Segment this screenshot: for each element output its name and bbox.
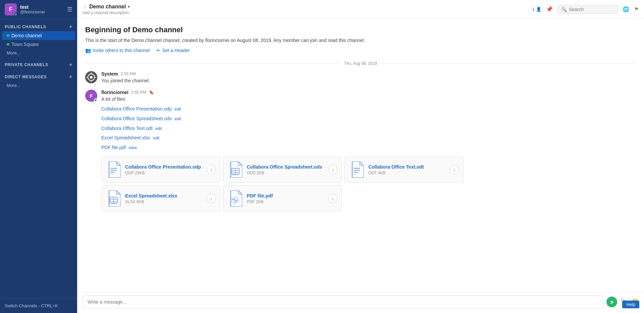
search-input[interactable] bbox=[569, 7, 609, 12]
chevron-down-icon[interactable]: ▾ bbox=[128, 4, 130, 9]
file-link[interactable]: Collabora Office Presentation.odp bbox=[101, 106, 172, 111]
switch-channels-label: Switch Channels - CTRL+K bbox=[5, 303, 72, 308]
file-card[interactable]: PDF file.pdf PDF 2KB ↓ bbox=[223, 185, 342, 212]
status-dot bbox=[14, 13, 17, 16]
download-button[interactable]: ↓ bbox=[328, 165, 337, 174]
add-public-channel-button[interactable]: + bbox=[69, 24, 72, 30]
channel-intro: This is the start of the Demo channel ch… bbox=[85, 38, 636, 43]
message-text: You joined the channel. bbox=[101, 77, 636, 84]
beginning-title: Beginning of Demo channel bbox=[85, 26, 636, 34]
online-dot bbox=[7, 43, 9, 46]
file-link[interactable]: Collabora Office Spreadsheet.ods bbox=[101, 116, 172, 121]
download-button[interactable]: ↓ bbox=[207, 194, 216, 203]
message-text: A lot of files bbox=[101, 96, 636, 103]
message-bookmark-icon[interactable]: 🔖 bbox=[149, 90, 154, 95]
file-card[interactable]: Collabora Office Spreadsheet.ods ODS 2KB… bbox=[223, 156, 342, 183]
file-link-row: Excel Spreadsheet.xlsx edit bbox=[101, 133, 636, 143]
sidebar-item-town-square[interactable]: Town Square bbox=[2, 40, 75, 49]
channel-name-label: Demo channel bbox=[11, 33, 42, 38]
globe-icon[interactable]: 🌐 bbox=[623, 6, 629, 12]
message-header: System 2:55 PM bbox=[101, 71, 636, 77]
help-button[interactable]: Help bbox=[622, 301, 639, 308]
member-count-value: 1 bbox=[532, 7, 535, 12]
file-card-name: Excel Spreadsheet.xlsx bbox=[125, 193, 203, 199]
date-divider: Thu, Aug 08, 2019 bbox=[85, 61, 636, 66]
sidebar: F test @florinciornei ☰ PUBLIC CHANNELS … bbox=[0, 0, 77, 313]
invite-others-button[interactable]: 👥 Invite others to this channel bbox=[85, 48, 150, 53]
star-icon[interactable]: ☆ bbox=[83, 4, 87, 10]
file-info: PDF file.pdf PDF 2KB bbox=[247, 193, 325, 204]
avatar[interactable]: F bbox=[5, 3, 17, 15]
channel-name: Demo channel bbox=[89, 4, 126, 10]
file-link[interactable]: PDF file.pdf bbox=[101, 145, 126, 150]
channel-title-area: ☆ Demo channel ▾ Add a channel descripti… bbox=[83, 4, 130, 15]
file-icon-wrap bbox=[106, 190, 122, 207]
file-edit-link[interactable]: edit bbox=[174, 117, 181, 121]
flag-icon[interactable]: ⚑ bbox=[634, 6, 639, 12]
file-card-name: Collabora Office Spreadsheet.ods bbox=[247, 164, 325, 170]
channel-actions: 👥 Invite others to this channel ✏ Set a … bbox=[85, 48, 636, 53]
file-card[interactable]: Collabora Office Presentation.odp ODP 25… bbox=[101, 156, 220, 183]
file-edit-link[interactable]: edit bbox=[155, 126, 162, 131]
hamburger-icon[interactable]: ☰ bbox=[67, 6, 72, 13]
user-message-block: F florinciornei 2:55 PM 🔖 A lot of files… bbox=[85, 90, 636, 212]
channel-name-label: Town Square bbox=[11, 42, 39, 47]
file-card-name: PDF file.pdf bbox=[247, 193, 325, 199]
file-link-row: PDF file.pdf view bbox=[101, 143, 636, 152]
download-button[interactable]: ↓ bbox=[328, 194, 337, 203]
avatar-letter: F bbox=[9, 6, 12, 12]
message-header: florinciornei 2:55 PM 🔖 bbox=[101, 90, 636, 95]
download-button[interactable]: ↓ bbox=[207, 165, 216, 174]
online-dot bbox=[7, 34, 9, 37]
add-private-channel-button[interactable]: + bbox=[69, 62, 72, 68]
sidebar-item-demo-channel[interactable]: Demo channel bbox=[2, 31, 75, 40]
invite-label: Invite others to this channel bbox=[93, 48, 150, 53]
message-input[interactable] bbox=[83, 296, 603, 308]
search-box[interactable]: 🔍 bbox=[557, 5, 618, 14]
file-link-row: Collabora Office Spreadsheet.ods edit bbox=[101, 114, 636, 124]
header-actions: 1 👤 📌 🔍 🌐 ⚑ bbox=[532, 5, 639, 14]
file-card-meta: ODP 25KB bbox=[125, 171, 203, 175]
svg-rect-15 bbox=[231, 198, 239, 203]
file-info: Collabora Office Spreadsheet.ods ODS 2KB bbox=[247, 164, 325, 175]
channel-header: ☆ Demo channel ▾ Add a channel descripti… bbox=[77, 0, 644, 19]
file-icon-wrap bbox=[227, 190, 244, 207]
message-time: 2:55 PM bbox=[131, 90, 146, 95]
direct-more[interactable]: More... bbox=[2, 81, 75, 90]
svg-point-2 bbox=[90, 76, 93, 79]
public-channels-label: PUBLIC CHANNELS bbox=[5, 25, 46, 29]
channel-description[interactable]: Add a channel description bbox=[83, 10, 130, 15]
file-link[interactable]: Collabora Office Text.odt bbox=[101, 126, 153, 131]
add-direct-message-button[interactable]: + bbox=[69, 74, 72, 80]
file-cards-grid: Collabora Office Presentation.odp ODP 25… bbox=[101, 156, 464, 212]
file-card[interactable]: Excel Spreadsheet.xlsx XLSX 8KB ↓ bbox=[101, 185, 220, 212]
file-card[interactable]: Collabora Office Text.odt ODT 4KB ↓ bbox=[344, 156, 464, 183]
send-icon: ➤ bbox=[610, 299, 614, 305]
pencil-icon: ✏ bbox=[156, 48, 160, 53]
file-link[interactable]: Excel Spreadsheet.xlsx bbox=[101, 135, 150, 140]
file-info: Collabora Office Presentation.odp ODP 25… bbox=[125, 164, 203, 175]
search-icon: 🔍 bbox=[561, 7, 567, 12]
message-input-area: ➤ 📎 😊 bbox=[77, 292, 644, 313]
private-channels-label: PRIVATE CHANNELS bbox=[5, 62, 48, 67]
pin-icon[interactable]: 📌 bbox=[546, 6, 553, 12]
file-info: Collabora Office Text.odt ODT 4KB bbox=[368, 164, 446, 175]
set-header-button[interactable]: ✏ Set a Header bbox=[156, 48, 190, 53]
user-online-dot bbox=[94, 98, 97, 102]
system-message-content: System 2:55 PM You joined the channel. bbox=[101, 71, 636, 84]
file-card-meta: ODS 2KB bbox=[247, 171, 325, 175]
file-card-meta: ODT 4KB bbox=[368, 171, 446, 175]
file-edit-link[interactable]: view bbox=[129, 145, 137, 150]
date-divider-text: Thu, Aug 08, 2019 bbox=[340, 61, 381, 66]
file-edit-link[interactable]: edit bbox=[174, 107, 181, 111]
public-channels-more[interactable]: More... bbox=[2, 49, 75, 57]
send-button[interactable]: ➤ bbox=[606, 297, 617, 307]
public-channels-section: PUBLIC CHANNELS + bbox=[0, 19, 77, 31]
user-message-content: florinciornei 2:55 PM 🔖 A lot of files C… bbox=[101, 90, 636, 212]
private-channels-section: PRIVATE CHANNELS + bbox=[0, 57, 77, 69]
file-card-name: Collabora Office Text.odt bbox=[368, 164, 446, 170]
download-button[interactable]: ↓ bbox=[450, 165, 459, 174]
user-name: test bbox=[20, 4, 64, 10]
file-links: Collabora Office Presentation.odp edit C… bbox=[101, 104, 636, 152]
file-edit-link[interactable]: edit bbox=[153, 136, 159, 140]
